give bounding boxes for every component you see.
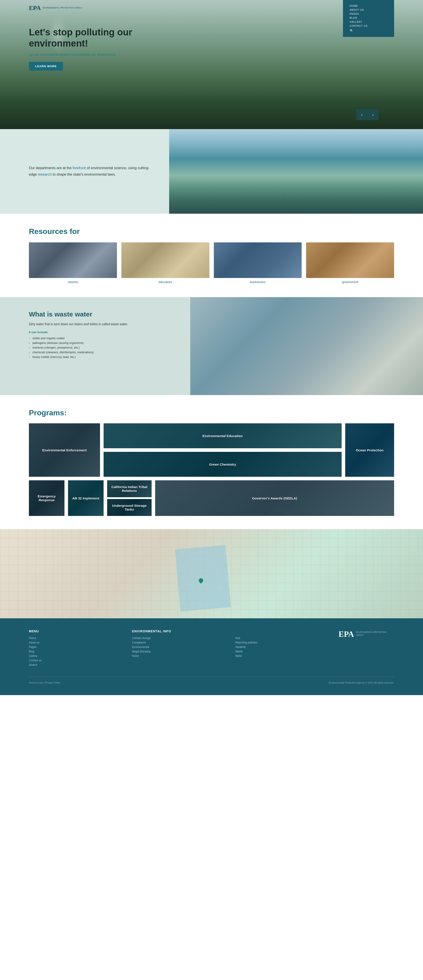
program-emergency-response[interactable]: Emergency Response	[29, 480, 65, 516]
main-nav: HOME ABOUT US PAGES BLOG GALLERY CONTACT…	[343, 0, 394, 37]
nav-about[interactable]: ABOUT US	[350, 8, 387, 11]
program-underground[interactable]: Underground Storage Tanks	[107, 499, 152, 516]
footer-copyright: Environmental Protection Agency © 2016 A…	[329, 681, 394, 684]
footer-more-hub[interactable]: Hub	[235, 636, 325, 640]
footer-menu-gallery[interactable]: Gallery	[29, 654, 119, 657]
wastewater-item-1: pathogens (disease causing organisms)	[29, 341, 177, 345]
footer-content: Menu Home About us Pages Blog Gallery Co…	[29, 630, 394, 668]
footer-env-environmental[interactable]: Environmental	[132, 646, 222, 649]
resource-citizens[interactable]: citizens	[29, 242, 117, 284]
businesses-label[interactable]: businesses	[250, 280, 265, 284]
footer-bottom: Terms of use | Privacy Policy Environmen…	[29, 677, 394, 684]
businesses-image	[214, 242, 302, 278]
footer: Menu Home About us Pages Blog Gallery Co…	[0, 618, 423, 695]
wastewater-list: solids and organic matter pathogens (dis…	[29, 337, 177, 359]
mountain-photo	[169, 129, 423, 214]
wastewater-section: What is waste water Dirty water that is …	[0, 297, 423, 395]
programs-grid-bottom: Emergency Response AB 32 Implement Calif…	[29, 480, 394, 516]
departments-text: Our departments are at the forefront of …	[0, 129, 169, 214]
footer-more-students[interactable]: Students	[235, 646, 325, 649]
footer-menu-search[interactable]: Search	[29, 663, 119, 667]
footer-menu-col: Menu Home About us Pages Blog Gallery Co…	[29, 630, 119, 668]
program-ocean-protection[interactable]: Ocean Protection	[345, 423, 394, 477]
hero-content: Let's stop polluting our environment! we…	[29, 27, 140, 70]
hero-title: Let's stop polluting our environment!	[29, 27, 140, 49]
learn-more-button[interactable]: LEARN MORE	[29, 62, 63, 70]
footer-more-waste[interactable]: Waste	[235, 650, 325, 653]
carousel-prev-button[interactable]: ‹	[356, 109, 368, 120]
epa-logo[interactable]: EPA	[29, 5, 41, 11]
program-governors[interactable]: Governor's Awards (GEELA)	[155, 480, 394, 516]
footer-menu-pages[interactable]: Pages	[29, 646, 119, 649]
footer-menu-contact[interactable]: Contact us	[29, 659, 119, 662]
dept-forefront-link[interactable]: forefront	[73, 166, 86, 170]
footer-menu-title: Menu	[29, 630, 119, 633]
wastewater-item-4: heavy metals (mercury, lead, etc.)	[29, 355, 177, 359]
wastewater-item-2: nutrients (nitrogen, phosphorus, etc.)	[29, 346, 177, 349]
footer-env-col: Environmental info Climate change Compli…	[132, 630, 222, 668]
footer-more-water[interactable]: Water	[235, 654, 325, 657]
footer-menu-blog[interactable]: Blog	[29, 650, 119, 653]
programs-middle-col: Environmental Education Green Chemistry	[104, 423, 342, 477]
nav-pages[interactable]: PAGES	[350, 13, 387, 15]
departments-paragraph: Our departments are at the forefront of …	[29, 165, 151, 178]
resources-title: Resources for	[29, 227, 394, 236]
program-ocean-label: Ocean Protection	[354, 446, 386, 454]
program-green-chemistry-label: Green Chemistry	[207, 460, 238, 469]
footer-terms[interactable]: Terms of use	[29, 681, 43, 684]
footer-more-col: Hub Reporting pollution Students Waste W…	[235, 630, 325, 668]
nav-blog[interactable]: BLOG	[350, 16, 387, 19]
program-enforcement[interactable]: Environmental Enforcement	[29, 423, 100, 477]
footer-env-dumping[interactable]: Illegal Dumping	[132, 650, 222, 653]
program-ab32[interactable]: AB 32 Implement	[68, 480, 104, 516]
program-env-education-label: Environmental Education	[200, 432, 245, 440]
program-env-education[interactable]: Environmental Education	[104, 423, 342, 448]
programs-section: Programs: Environmental Enforcement Envi…	[0, 395, 423, 529]
educators-label[interactable]: educators	[158, 280, 172, 284]
search-icon[interactable]: 🔍	[350, 29, 387, 32]
programs-title: Programs:	[29, 409, 394, 417]
footer-legal-links: Terms of use | Privacy Policy	[29, 681, 60, 684]
program-green-chemistry[interactable]: Green Chemistry	[104, 452, 342, 477]
footer-menu-home[interactable]: Home	[29, 636, 119, 640]
footer-privacy[interactable]: Privacy Policy	[45, 681, 60, 684]
resource-businesses[interactable]: businesses	[214, 242, 302, 284]
resource-educators[interactable]: educators	[121, 242, 209, 284]
departments-section: Our departments are at the forefront of …	[0, 129, 423, 214]
footer-env-title: Environmental info	[132, 630, 222, 633]
hero-subtitle: we are committed to protect and enhance …	[29, 53, 118, 57]
dept-text-3: to shape the state's environmental laws.	[52, 172, 116, 176]
program-underground-label: Underground Storage Tanks	[107, 501, 152, 514]
program-tribal[interactable]: California Indian Tribal Relations	[107, 480, 152, 497]
wastewater-text: What is waste water Dirty water that is …	[0, 297, 190, 395]
government-label[interactable]: government	[342, 280, 358, 284]
footer-logo-text: EPA	[339, 630, 354, 639]
nav-gallery[interactable]: GALLERY	[350, 21, 387, 23]
footer-env-climate[interactable]: Climate change	[132, 636, 222, 640]
footer-menu-about[interactable]: About us	[29, 641, 119, 644]
government-image	[306, 242, 394, 278]
footer-more-reporting[interactable]: Reporting pollution	[235, 641, 325, 644]
wastewater-item-0: solids and organic matter	[29, 337, 177, 340]
program-enforcement-label: Environmental Enforcement	[40, 446, 89, 454]
resources-section: Resources for citizens educators busines…	[0, 214, 423, 297]
footer-env-compliance[interactable]: Compliance	[132, 641, 222, 644]
nav-home[interactable]: HOME	[350, 5, 387, 7]
citizens-label[interactable]: citizens	[68, 280, 78, 284]
dept-text-1: Our departments are at the	[29, 166, 73, 170]
carousel-next-button[interactable]: ›	[368, 109, 379, 120]
dept-research-link[interactable]: research	[38, 172, 52, 176]
carousel-controls: ‹ ›	[356, 109, 379, 120]
educators-image	[121, 242, 209, 278]
resource-government[interactable]: government	[306, 242, 394, 284]
map-water	[175, 545, 231, 612]
programs-tribal-col: California Indian Tribal Relations Under…	[107, 480, 152, 516]
nav-contact[interactable]: CONTACT US	[350, 24, 387, 27]
epa-tagline: Environmental Protection Agency	[43, 7, 82, 10]
program-tribal-label: California Indian Tribal Relations	[107, 483, 152, 495]
wastewater-include-label: It can include:	[29, 331, 177, 334]
program-ab32-label: AB 32 Implement	[70, 494, 101, 502]
programs-grid-top: Environmental Enforcement Environmental …	[29, 423, 394, 477]
footer-env-noise[interactable]: Noise	[132, 654, 222, 657]
program-governors-label: Governor's Awards (GEELA)	[250, 494, 299, 502]
